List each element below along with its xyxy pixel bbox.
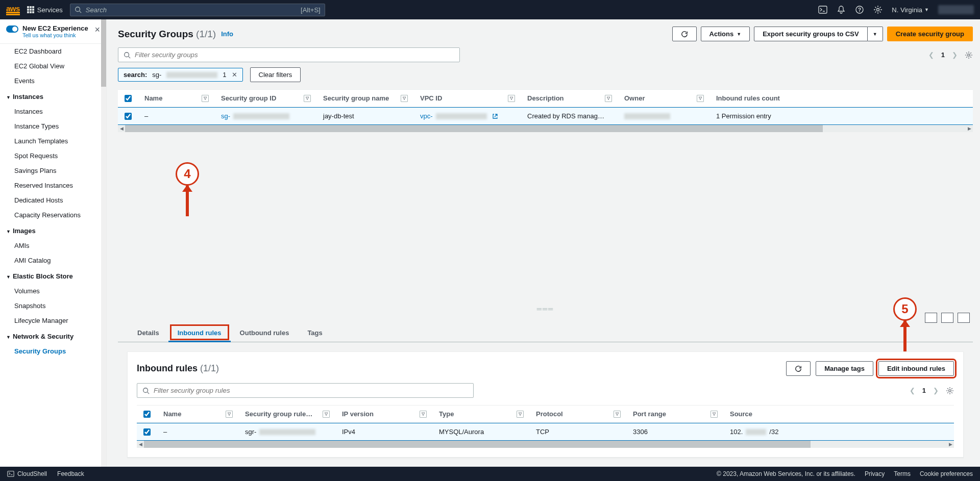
table-row[interactable]: – sg- jay-db-test vpc- Created by RDS ma… (118, 107, 973, 125)
panel-view-full[interactable] (941, 313, 953, 323)
rcol-ruleid[interactable]: Security group rule…▽ (239, 406, 336, 422)
sidebar-section-network-security[interactable]: Network & Security (0, 328, 106, 344)
panel-view-hide[interactable] (958, 313, 970, 323)
refresh-button[interactable] (672, 27, 697, 41)
cell-sgid[interactable]: sg- (215, 108, 317, 124)
close-icon[interactable]: × (94, 24, 100, 35)
sidebar-section-images[interactable]: Images (0, 222, 106, 238)
sidebar-scrollbar[interactable] (101, 19, 106, 467)
col-vpc[interactable]: VPC ID▽ (414, 90, 521, 107)
sidebar-item-dedicated-hosts[interactable]: Dedicated Hosts (0, 193, 106, 208)
actions-button[interactable]: Actions▼ (701, 27, 750, 41)
rule-checkbox[interactable] (143, 428, 151, 436)
settings-icon[interactable] (873, 5, 883, 14)
horizontal-scrollbar[interactable]: ◀▶ (118, 125, 973, 132)
sidebar-item-ec2-dashboard[interactable]: EC2 Dashboard (0, 44, 106, 59)
aws-logo[interactable]: aws (6, 4, 20, 15)
manage-tags-button[interactable]: Manage tags (816, 361, 873, 376)
panel-view-split[interactable] (925, 313, 937, 323)
edit-inbound-rules-button[interactable]: Edit inbound rules (878, 361, 954, 376)
rules-page-next[interactable]: ❯ (931, 385, 941, 396)
sidebar-item-reserved-instances[interactable]: Reserved Instances (0, 178, 106, 193)
tab-inbound-rules[interactable]: Inbound rules (168, 323, 231, 342)
sidebar-item-instances[interactable]: Instances (0, 104, 106, 119)
sidebar-section-instances[interactable]: Instances (0, 88, 106, 104)
panel-title: Inbound rules (137, 363, 198, 373)
rules-horizontal-scrollbar[interactable]: ◀▶ (137, 441, 954, 448)
terms-link[interactable]: Terms (894, 470, 911, 477)
filter-field[interactable] (135, 51, 454, 59)
new-experience-toggle[interactable] (6, 26, 18, 33)
rcol-name[interactable]: Name▽ (157, 406, 239, 422)
tab-details[interactable]: Details (128, 323, 168, 342)
page-next[interactable]: ❯ (950, 49, 960, 61)
rules-table-settings[interactable] (946, 387, 954, 395)
col-desc[interactable]: Description▽ (521, 90, 618, 107)
tab-outbound-rules[interactable]: Outbound rules (231, 323, 299, 342)
cloudshell-icon[interactable] (818, 5, 827, 14)
table-settings-button[interactable] (965, 51, 973, 59)
create-security-group-button[interactable]: Create security group (887, 27, 973, 41)
filter-input[interactable] (118, 47, 460, 62)
privacy-link[interactable]: Privacy (865, 470, 885, 477)
sidebar-item-ami-catalog[interactable]: AMI Catalog (0, 253, 106, 268)
sidebar-item-launch-templates[interactable]: Launch Templates (0, 134, 106, 148)
export-dropdown-button[interactable]: ▼ (868, 27, 883, 41)
region-selector[interactable]: N. Virginia▼ (892, 6, 929, 14)
rules-select-all[interactable] (143, 411, 151, 418)
account-menu[interactable] (938, 5, 974, 14)
tab-tags[interactable]: Tags (298, 323, 331, 342)
info-link[interactable]: Info (221, 30, 233, 38)
rules-filter-input[interactable] (137, 383, 474, 398)
notifications-icon[interactable] (837, 5, 846, 14)
rule-row[interactable]: – sgr- IPv4 MYSQL/Aurora TCP 3306 102./3… (137, 423, 954, 441)
col-sgname[interactable]: Security group name▽ (317, 90, 414, 107)
page-prev[interactable]: ❮ (926, 49, 936, 61)
col-sgid[interactable]: Security group ID▽ (215, 90, 317, 107)
refresh-rules-button[interactable] (786, 361, 811, 376)
help-icon[interactable]: ? (855, 5, 864, 14)
sidebar: New EC2 Experience Tell us what you thin… (0, 19, 107, 467)
chip-close-icon[interactable]: ✕ (232, 71, 237, 79)
feedback-link[interactable]: Feedback (57, 470, 84, 477)
panel-resize-handle[interactable]: ═══ (118, 305, 973, 313)
rcol-type[interactable]: Type▽ (433, 406, 530, 422)
col-inbound[interactable]: Inbound rules count (710, 90, 787, 107)
cell-desc: Created by RDS manag… (521, 108, 618, 124)
sidebar-item-amis[interactable]: AMIs (0, 238, 106, 253)
sidebar-item-ec2-global-view[interactable]: EC2 Global View (0, 59, 106, 73)
global-search[interactable]: Search [Alt+S] (70, 4, 325, 16)
sidebar-item-capacity-reservations[interactable]: Capacity Reservations (0, 208, 106, 222)
sidebar-item-instance-types[interactable]: Instance Types (0, 119, 106, 134)
svg-point-9 (143, 388, 148, 392)
sidebar-item-snapshots[interactable]: Snapshots (0, 298, 106, 313)
page-number: 1 (941, 51, 945, 59)
sidebar-item-security-groups[interactable]: Security Groups (0, 344, 106, 359)
sidebar-item-savings-plans[interactable]: Savings Plans (0, 163, 106, 178)
rcol-port[interactable]: Port range▽ (627, 406, 724, 422)
sidebar-section-ebs[interactable]: Elastic Block Store (0, 268, 106, 284)
sidebar-item-volumes[interactable]: Volumes (0, 284, 106, 298)
grid-icon (27, 6, 34, 13)
row-checkbox[interactable] (125, 113, 132, 120)
cell-vpc[interactable]: vpc- (414, 108, 521, 124)
chevron-down-icon (6, 333, 11, 340)
cloudshell-button[interactable]: CloudShell (7, 470, 47, 477)
new-experience-feedback-link[interactable]: Tell us what you think (22, 32, 88, 38)
services-menu[interactable]: Services (27, 6, 63, 14)
sidebar-item-events[interactable]: Events (0, 73, 106, 88)
sidebar-item-lifecycle-manager[interactable]: Lifecycle Manager (0, 313, 106, 328)
col-name[interactable]: Name▽ (138, 90, 215, 107)
clear-filters-button[interactable]: Clear filters (250, 67, 301, 82)
rules-filter-field[interactable] (154, 387, 468, 394)
cookie-link[interactable]: Cookie preferences (920, 470, 973, 477)
panel-count: (1/1) (200, 363, 219, 373)
select-all-checkbox[interactable] (125, 95, 132, 102)
rcol-proto[interactable]: Protocol▽ (530, 406, 627, 422)
rules-page-prev[interactable]: ❮ (908, 385, 917, 396)
col-owner[interactable]: Owner▽ (618, 90, 710, 107)
sidebar-item-spot-requests[interactable]: Spot Requests (0, 148, 106, 163)
rcol-src[interactable]: Source (724, 406, 790, 422)
export-button[interactable]: Export security groups to CSV (754, 27, 868, 41)
rcol-ipv[interactable]: IP version▽ (336, 406, 433, 422)
